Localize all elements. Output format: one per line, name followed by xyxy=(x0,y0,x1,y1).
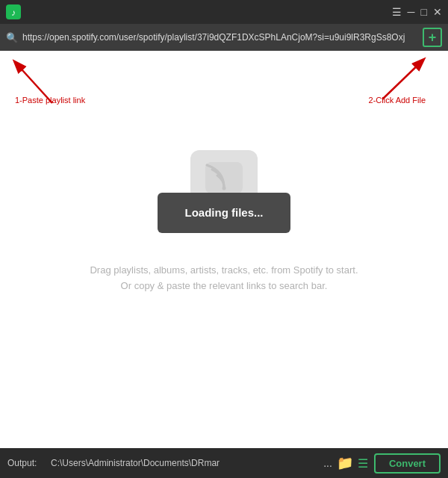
annotations: 1-Paste playlist link 2-Click Add File xyxy=(0,51,448,133)
add-file-button[interactable]: + xyxy=(423,28,442,47)
add-label: 2-Click Add File xyxy=(369,96,426,105)
menu-icon[interactable]: ☰ xyxy=(392,6,402,18)
loading-box: Loading files... xyxy=(158,193,290,233)
ellipsis-icon[interactable]: ... xyxy=(323,457,332,469)
status-bar-icons: ... 📁 ☰ xyxy=(323,455,368,471)
main-content: 1-Paste playlist link 2-Click Add File xyxy=(0,51,448,448)
title-bar: ♪ ☰ ─ □ ✕ xyxy=(0,0,448,24)
search-icon: 🔍 xyxy=(6,32,18,43)
status-bar: Output: C:\Users\Administrator\Documents… xyxy=(0,448,448,478)
add-annotation: 2-Click Add File xyxy=(369,57,426,105)
hint-text: Drag playlists, albums, artists, tracks,… xyxy=(90,263,358,294)
minimize-icon[interactable]: ─ xyxy=(408,6,415,18)
output-label: Output: xyxy=(7,458,45,468)
title-bar-left: ♪ xyxy=(6,4,21,19)
convert-button[interactable]: Convert xyxy=(374,453,441,474)
url-input[interactable] xyxy=(22,32,418,43)
output-path: C:\Users\Administrator\Documents\DRmar xyxy=(51,458,317,468)
toolbar: 🔍 + xyxy=(0,24,448,51)
loading-text: Loading files... xyxy=(184,206,263,219)
maximize-icon[interactable]: □ xyxy=(421,6,427,18)
svg-text:♪: ♪ xyxy=(11,7,16,18)
svg-point-7 xyxy=(222,187,225,190)
list-icon[interactable]: ☰ xyxy=(358,456,368,471)
title-bar-controls: ☰ ─ □ ✕ xyxy=(392,6,442,18)
close-icon[interactable]: ✕ xyxy=(433,6,442,18)
app-icon: ♪ xyxy=(6,4,21,19)
loading-area: Loading files... xyxy=(158,148,290,233)
paste-label: 1-Paste playlist link xyxy=(15,96,85,105)
paste-annotation: 1-Paste playlist link xyxy=(9,57,85,105)
folder-icon[interactable]: 📁 xyxy=(337,455,353,471)
